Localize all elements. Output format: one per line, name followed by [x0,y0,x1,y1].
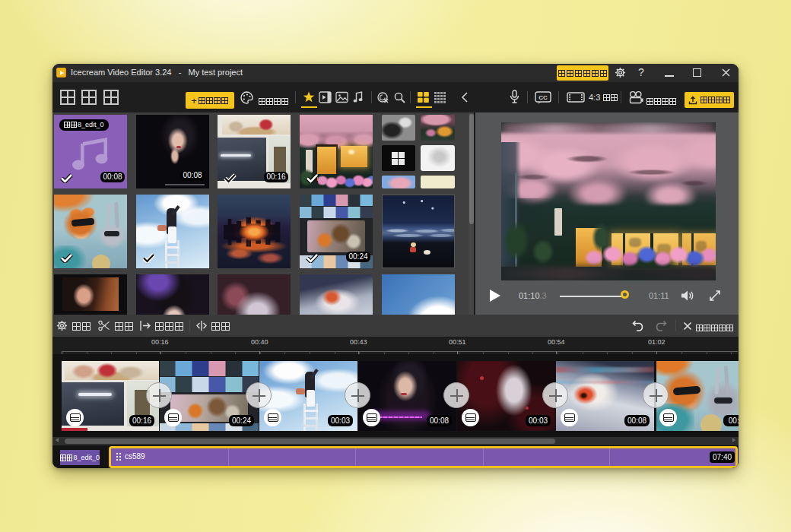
svg-text:CC: CC [538,94,548,101]
